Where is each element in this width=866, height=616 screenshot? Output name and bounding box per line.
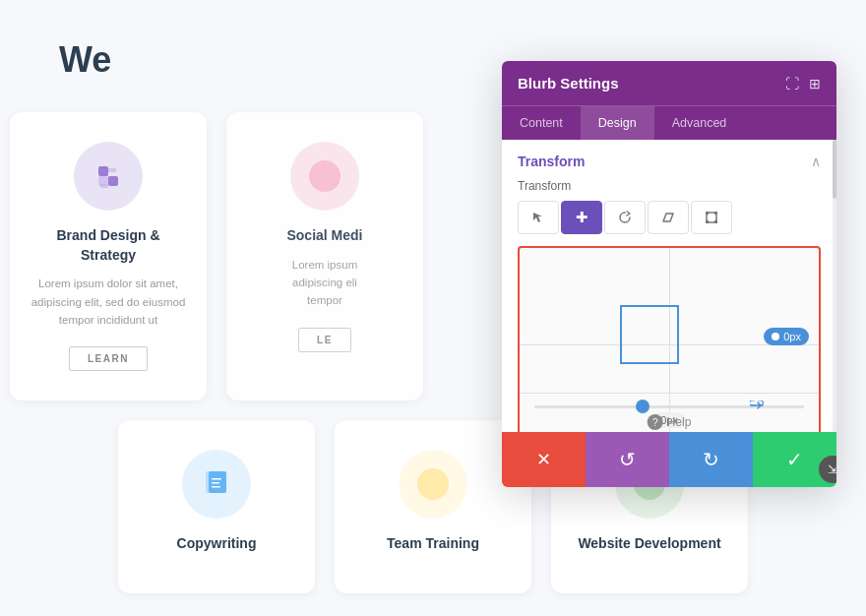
tool-rotate[interactable] (604, 201, 646, 234)
transform-section-title: Transform (518, 154, 585, 169)
card-icon-brand (74, 142, 143, 211)
fullscreen-icon[interactable]: ⛶ (785, 76, 799, 92)
card-social-media: Social Medi Lorem ipsumadipiscing elitem… (226, 112, 423, 400)
card-title-web: Website Development (571, 534, 728, 554)
card-icon-social (290, 142, 359, 211)
card-title-copy: Copywriting (138, 534, 295, 554)
canvas-transform-square (620, 305, 679, 364)
tool-arrow[interactable] (518, 201, 559, 234)
panel-scrollbar-thumb (833, 140, 836, 199)
svg-rect-7 (212, 486, 220, 488)
panel-tabs: Content Design Advanced (502, 105, 836, 140)
svg-rect-0 (98, 166, 108, 176)
transform-collapse-icon[interactable]: ∧ (811, 154, 821, 169)
card-title-social: Social Medi (246, 226, 403, 246)
transform-canvas[interactable]: 0px 0px (518, 246, 821, 443)
tab-design[interactable]: Design (581, 106, 654, 140)
reset-button[interactable]: ↺ (586, 432, 669, 487)
panel-body: Transform ∧ Transform ✚ (502, 140, 836, 487)
card-title-team: Team Training (354, 534, 512, 554)
svg-rect-2 (98, 176, 108, 186)
slider-thumb[interactable] (636, 400, 650, 413)
tool-move[interactable]: ✚ (561, 201, 602, 234)
link-icon (750, 400, 764, 413)
slider-track[interactable] (534, 405, 804, 408)
card-copywriting: Copywriting (118, 420, 315, 593)
cancel-button[interactable]: ✕ (502, 432, 586, 487)
action-bar: ✕ ↺ ↻ ✓ (502, 432, 836, 487)
card-btn-social[interactable]: LE (298, 328, 351, 352)
card-brand-design: Brand Design & Strategy Lorem ipsum dolo… (10, 112, 207, 400)
value-dot (772, 333, 779, 340)
refresh-button[interactable]: ↻ (669, 432, 753, 487)
card-btn-brand[interactable]: LEARN (69, 346, 148, 371)
svg-rect-1 (108, 176, 118, 186)
card-title-brand: Brand Design & Strategy (30, 226, 187, 265)
help-hint[interactable]: ? Help (648, 414, 692, 430)
card-icon-copy (182, 450, 251, 519)
page-title: We (0, 39, 111, 81)
svg-rect-6 (212, 482, 219, 484)
tool-skew[interactable] (648, 201, 689, 234)
card-icon-team (399, 450, 467, 519)
svg-rect-9 (706, 212, 709, 215)
panel-header: Blurb Settings ⛶ ⊞ (502, 61, 836, 105)
card-text-brand: Lorem ipsum dolor sit amet, adipiscing e… (30, 275, 187, 329)
panel-scrollbar[interactable] (833, 140, 836, 432)
tab-content[interactable]: Content (502, 106, 581, 140)
tool-scale[interactable] (691, 201, 732, 234)
svg-rect-5 (212, 478, 221, 480)
svg-rect-11 (706, 220, 709, 223)
transform-section-header: Transform ∧ (502, 140, 836, 179)
svg-rect-12 (714, 220, 717, 223)
svg-rect-10 (714, 212, 717, 215)
transform-label: Transform (502, 179, 836, 201)
panel-title: Blurb Settings (518, 75, 619, 92)
panel-header-icons: ⛶ ⊞ (785, 76, 821, 92)
right-value-bubble: 0px (764, 328, 809, 345)
blurb-settings-panel: Blurb Settings ⛶ ⊞ Content Design Advanc… (502, 61, 836, 487)
tab-advanced[interactable]: Advanced (654, 106, 745, 140)
card-text-social: Lorem ipsumadipiscing elitempor (246, 256, 403, 310)
columns-icon[interactable]: ⊞ (809, 76, 821, 92)
help-circle-icon: ? (648, 414, 663, 430)
transform-tool-row: ✚ (502, 201, 836, 246)
